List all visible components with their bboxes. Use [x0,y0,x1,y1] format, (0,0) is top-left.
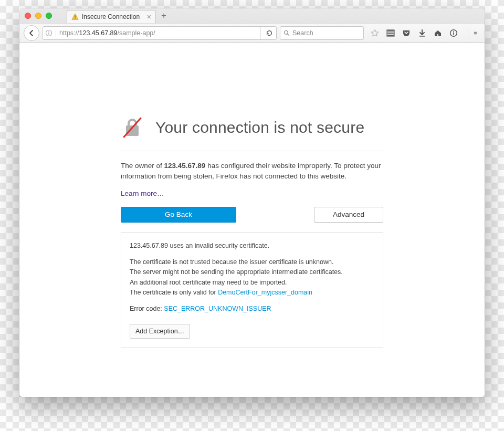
tab-strip: Insecure Connection × + [67,8,166,23]
insecure-lock-icon [121,116,144,139]
search-placeholder: Search [292,29,313,37]
home-icon[interactable] [433,28,443,38]
details-line: An additional root certificate may need … [130,279,287,286]
advanced-button[interactable]: Advanced [314,207,383,223]
svg-rect-15 [474,31,477,32]
svg-rect-9 [387,35,394,36]
svg-rect-1 [75,18,75,19]
address-bar[interactable]: https://123.45.67.89/sample-app/ [43,26,277,40]
desc-host: 123.45.67.89 [164,162,206,170]
site-info-icon[interactable] [45,29,56,37]
button-row: Go Back Advanced [121,207,383,223]
details-line: The certificate is not trusted because t… [130,258,333,266]
window-close-button[interactable] [25,13,31,19]
back-button[interactable] [24,25,39,41]
desc-pre: The owner of [121,162,164,170]
certificate-name-link[interactable]: DemoCertFor_myjcsser_domain [218,289,312,296]
tab-label: Insecure Connection [82,13,140,20]
svg-rect-16 [474,33,477,33]
svg-rect-11 [419,36,425,37]
svg-rect-13 [453,32,454,35]
details-line: The certificate is only valid for [130,289,218,296]
toolbar-icons [367,28,480,38]
error-code-row: Error code: SEC_ERROR_UNKNOWN_ISSUER [130,304,374,314]
svg-rect-3 [48,32,49,34]
error-code-link[interactable]: SEC_ERROR_UNKNOWN_ISSUER [164,305,271,312]
svg-rect-8 [387,33,394,34]
svg-rect-7 [387,30,394,31]
svg-line-6 [288,34,289,35]
error-header: Your connection is not secure [121,116,383,151]
bookmark-star-icon[interactable] [370,28,380,38]
error-title: Your connection is not secure [155,119,364,136]
details-line: 123.45.67.89 uses an invalid security ce… [130,241,374,251]
pocket-icon[interactable] [402,28,411,38]
new-tab-button[interactable]: + [161,10,166,21]
svg-rect-14 [453,31,454,32]
add-exception-button[interactable]: Add Exception… [130,324,190,339]
menu-button[interactable] [468,28,477,38]
url-path: /sample-app/ [118,29,155,37]
learn-more-link[interactable]: Learn more… [121,190,164,197]
browser-window: Insecure Connection × + https://123.45.6… [19,8,485,397]
error-description: The owner of 123.45.67.89 has configured… [121,161,383,182]
url-scheme: https:// [59,29,79,37]
tab-active[interactable]: Insecure Connection × [67,10,156,23]
reload-button[interactable] [260,27,273,39]
certificate-details: 123.45.67.89 uses an invalid security ce… [121,232,383,348]
search-bar[interactable]: Search [280,26,364,40]
go-back-button[interactable]: Go Back [121,207,236,223]
titlebar: Insecure Connection × + [19,8,485,23]
window-zoom-button[interactable] [46,13,52,19]
svg-rect-4 [48,31,49,31]
info-icon[interactable] [449,28,458,38]
tab-close-button[interactable]: × [147,13,151,20]
details-block: The certificate is not trusted because t… [130,257,374,298]
browser-chrome: Insecure Connection × + https://123.45.6… [19,8,485,43]
error-panel: Your connection is not secure The owner … [121,116,383,397]
reader-list-icon[interactable] [386,28,395,38]
window-minimize-button[interactable] [35,13,41,19]
toolbar: https://123.45.67.89/sample-app/ Search [19,23,485,42]
search-icon [284,30,290,36]
details-line: The server might not be sending the appr… [130,268,343,276]
downloads-icon[interactable] [417,28,427,38]
error-code-label: Error code: [130,305,164,312]
page-content: Your connection is not secure The owner … [19,43,485,397]
window-controls [25,13,52,19]
svg-rect-0 [75,15,75,17]
svg-rect-17 [474,34,477,34]
warning-icon [71,13,79,20]
url-host: 123.45.67.89 [79,29,118,37]
